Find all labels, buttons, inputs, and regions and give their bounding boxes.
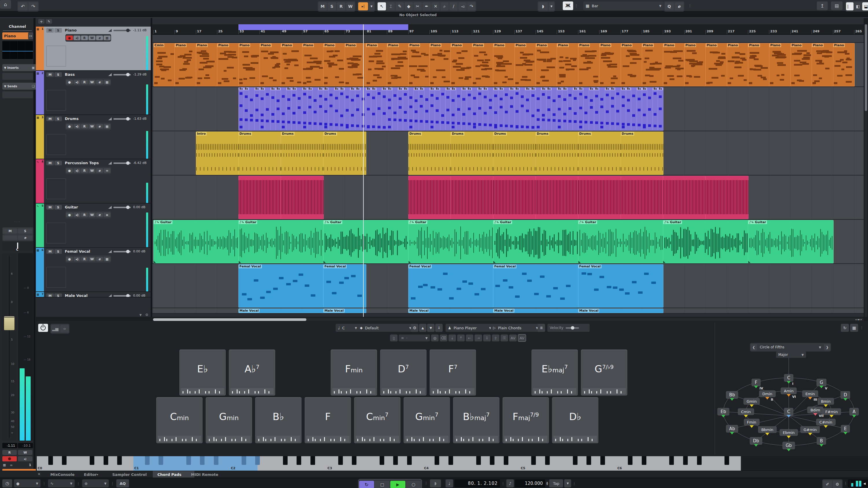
track-visibility-button[interactable]: ✎ bbox=[46, 19, 52, 24]
track-edit-button[interactable]: e bbox=[96, 257, 103, 261]
black-key[interactable] bbox=[117, 456, 122, 465]
clip[interactable]: Ba bbox=[323, 87, 329, 131]
clip[interactable]: Ba bbox=[594, 87, 600, 131]
tab-midi-remote[interactable]: MIDI Remote bbox=[186, 471, 230, 478]
clip[interactable]: Intro bbox=[196, 132, 239, 175]
cof-node-c[interactable]: C bbox=[784, 408, 793, 416]
quantize-edit-button[interactable]: e bbox=[675, 2, 684, 10]
clip[interactable]: Ba bbox=[515, 87, 520, 131]
clip[interactable]: Ba bbox=[382, 87, 388, 131]
clip[interactable]: Ba bbox=[429, 87, 435, 131]
clip[interactable]: Piano bbox=[408, 43, 430, 87]
clip[interactable] bbox=[583, 87, 589, 131]
volume-knob[interactable] bbox=[126, 29, 130, 32]
cof-node-bmin[interactable]: Bmin bbox=[818, 398, 834, 405]
black-key[interactable] bbox=[490, 456, 494, 465]
pan-control[interactable]: C bbox=[2, 242, 33, 252]
clip[interactable]: Ba bbox=[493, 87, 499, 131]
track-record-button[interactable]: ● bbox=[66, 124, 73, 129]
automation-s-button[interactable]: S bbox=[328, 2, 336, 10]
track-ports-button[interactable]: ▦ bbox=[103, 124, 111, 129]
hscroll-handle[interactable] bbox=[153, 318, 306, 321]
latency-icon[interactable]: ✐ bbox=[823, 481, 832, 488]
clip[interactable] bbox=[647, 87, 653, 131]
clip[interactable] bbox=[493, 176, 536, 219]
output-routing-icon[interactable]: ↦ bbox=[28, 32, 33, 39]
volume-knob[interactable] bbox=[126, 250, 130, 253]
clip[interactable]: Ba bbox=[398, 87, 403, 131]
clip[interactable]: Piano bbox=[196, 43, 218, 87]
clip[interactable] bbox=[440, 87, 446, 131]
clip[interactable] bbox=[705, 176, 748, 219]
clip[interactable] bbox=[488, 87, 494, 131]
black-key[interactable] bbox=[186, 456, 191, 465]
export-icon[interactable]: ↥ bbox=[817, 1, 828, 10]
clip[interactable]: Piano bbox=[769, 43, 791, 87]
track-mute-button[interactable]: M bbox=[46, 205, 54, 209]
clip[interactable] bbox=[456, 87, 462, 131]
range-tool[interactable]: ⌶ bbox=[386, 2, 395, 10]
track-mute-button[interactable]: M bbox=[46, 293, 54, 297]
track-solo-button[interactable]: S bbox=[54, 28, 62, 33]
cof-node-emin[interactable]: Emin bbox=[802, 390, 818, 397]
split-tool[interactable]: ✂ bbox=[413, 2, 422, 10]
clip[interactable]: ♪∿ Guitar bbox=[323, 220, 409, 263]
cof-node-bb[interactable]: Bb bbox=[726, 391, 738, 399]
clip[interactable]: Ba bbox=[530, 87, 536, 131]
play-button[interactable]: ▶ bbox=[390, 481, 405, 488]
clip[interactable]: Piano bbox=[217, 43, 239, 87]
lane-guitar[interactable]: ♪∿ Guitar♪∿ Guitar♪∿ Guitar♪∿ Guitar♪∿ G… bbox=[153, 220, 864, 264]
clip[interactable]: Piano bbox=[302, 43, 324, 87]
zone-button-1[interactable]: ◧ bbox=[854, 2, 862, 10]
clip[interactable]: Ba bbox=[302, 87, 308, 131]
lane-male[interactable]: Male VocalMale VocalMale VocalMale Vocal… bbox=[153, 308, 864, 314]
clip[interactable] bbox=[552, 87, 557, 131]
erase-tool[interactable]: ◆ bbox=[404, 2, 413, 10]
preroll-button[interactable]: ◗ bbox=[430, 479, 441, 487]
clip[interactable]: ♪∿ Guitar bbox=[239, 220, 324, 263]
cof-node-a[interactable]: A bbox=[849, 408, 859, 416]
clip[interactable] bbox=[265, 87, 271, 131]
track-ports-button[interactable]: ▦ bbox=[103, 80, 111, 85]
clip[interactable]: Ba bbox=[557, 87, 562, 131]
clip[interactable]: Piano bbox=[175, 43, 196, 87]
clip[interactable]: Piano bbox=[259, 43, 281, 87]
clip[interactable]: Femal Vocal bbox=[239, 264, 324, 307]
tempo-display[interactable]: 120.000 bbox=[515, 479, 545, 487]
zone-button-2[interactable]: ⬓ bbox=[862, 2, 868, 10]
clip[interactable] bbox=[376, 87, 382, 131]
track-ports-button[interactable]: ▦ bbox=[103, 36, 111, 40]
clip[interactable]: Drums bbox=[535, 132, 579, 175]
autoscroll-dropdown[interactable]: ▼ bbox=[549, 2, 554, 10]
clip[interactable]: Piano bbox=[323, 43, 345, 87]
clip[interactable] bbox=[451, 176, 494, 219]
clip[interactable]: Ba bbox=[318, 87, 324, 131]
cof-node-ebmin[interactable]: Ebmin bbox=[780, 429, 798, 436]
clip[interactable]: Male Vocal bbox=[578, 308, 664, 313]
clip[interactable]: Piano bbox=[663, 43, 685, 87]
clip[interactable]: Ba bbox=[461, 87, 467, 131]
volume-knob[interactable] bbox=[126, 73, 130, 76]
cof-mode-dropdown[interactable]: Major▼ bbox=[776, 352, 806, 358]
tempo-icon[interactable]: ♪ bbox=[506, 479, 514, 487]
clip[interactable]: Ba bbox=[610, 87, 616, 131]
black-key[interactable] bbox=[380, 456, 384, 465]
inspector-section-sends[interactable]: ▼ Sends❏ bbox=[2, 83, 36, 90]
comp-tool[interactable]: ↷ bbox=[467, 2, 476, 10]
menu-dots[interactable]: ⋮ bbox=[42, 481, 46, 486]
cof-node-gsmin[interactable]: G#min bbox=[800, 426, 820, 433]
cof-node-fmin[interactable]: Fmin bbox=[744, 419, 760, 426]
track-header-bass[interactable]: ▦2MSBass-1.29 dB●◂)RWe▦ bbox=[36, 71, 151, 115]
volume-knob[interactable] bbox=[126, 117, 130, 121]
undo-icon[interactable]: ↶ bbox=[18, 2, 28, 10]
cof-node-g[interactable]: G bbox=[816, 379, 826, 386]
cof-node-fsmin[interactable]: F#min bbox=[822, 409, 841, 415]
automation-m-button[interactable]: M bbox=[318, 2, 327, 10]
clip[interactable]: Ba bbox=[435, 87, 440, 131]
settings-gear-icon[interactable]: ⚙ bbox=[833, 481, 842, 488]
clip[interactable]: Ba bbox=[366, 87, 372, 131]
volume-knob[interactable] bbox=[126, 294, 130, 297]
punch-dropdown[interactable]: ▼ bbox=[369, 2, 374, 10]
select-tool[interactable]: ↖ bbox=[378, 2, 386, 10]
tracklist-collapse-icon[interactable]: ▼ bbox=[140, 314, 142, 317]
